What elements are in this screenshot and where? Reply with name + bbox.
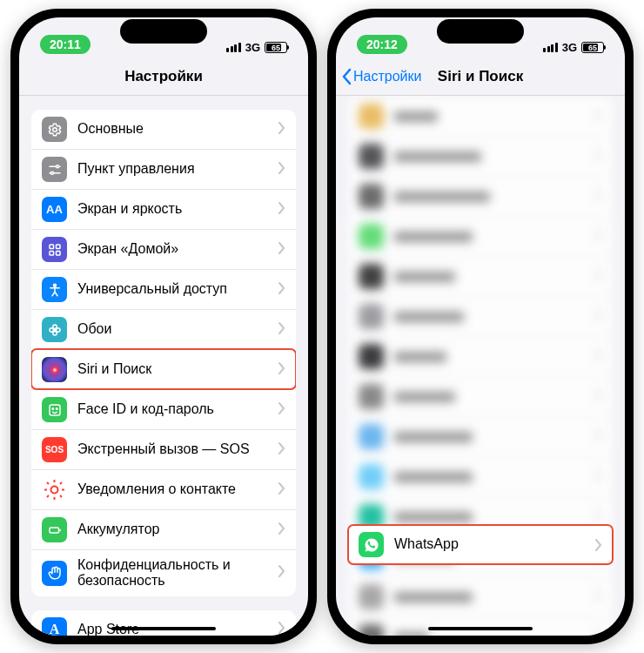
chevron-left-icon <box>341 68 352 85</box>
dynamic-island <box>437 19 524 44</box>
network-label: 3G <box>562 41 577 54</box>
chevron-right-icon <box>595 539 602 551</box>
settings-row-label: Экстренный вызов — SOS <box>77 441 278 457</box>
A-icon: A <box>42 617 67 636</box>
svg-point-1 <box>56 165 58 167</box>
svg-rect-6 <box>56 251 60 255</box>
signal-icon <box>543 43 558 52</box>
whatsapp-icon <box>359 532 384 557</box>
app-row-label: WhatsApp <box>394 536 595 552</box>
settings-row-label: Siri и Поиск <box>77 361 278 377</box>
access-icon <box>42 277 67 302</box>
svg-point-0 <box>52 127 57 131</box>
svg-rect-4 <box>56 245 60 249</box>
home-indicator[interactable] <box>111 627 216 630</box>
status-time-pill[interactable]: 20:12 <box>357 35 407 54</box>
settings-row[interactable]: AAЭкран и яркость <box>31 189 296 229</box>
settings-row-label: Обои <box>77 321 278 337</box>
settings-row[interactable]: Аккумулятор <box>31 509 296 549</box>
home-indicator[interactable] <box>428 627 533 630</box>
settings-row[interactable]: Обои <box>31 309 296 349</box>
settings-row[interactable]: Конфиденциальность и безопасность <box>31 549 296 596</box>
settings-row-label: Конфиденциальность и безопасность <box>77 557 278 589</box>
exposure-icon <box>42 477 67 502</box>
svg-point-2 <box>50 172 53 174</box>
settings-row[interactable]: Основные <box>31 110 296 149</box>
network-label: 3G <box>245 41 260 54</box>
chevron-right-icon <box>278 565 285 581</box>
settings-list[interactable]: ОсновныеПункт управленияAAЭкран и яркост… <box>19 96 308 636</box>
face-icon <box>42 397 67 422</box>
chevron-right-icon <box>278 402 285 418</box>
chevron-right-icon <box>278 282 285 298</box>
phone-left: 20:11 3G 65 Настройки ОсновныеПункт упра… <box>10 9 317 644</box>
chevron-right-icon <box>278 362 285 378</box>
settings-row[interactable]: Уведомления о контакте <box>31 469 296 509</box>
nav-bar: Настройки <box>19 57 308 96</box>
siri-icon <box>42 357 67 382</box>
chevron-right-icon <box>278 622 285 636</box>
svg-point-9 <box>48 363 61 376</box>
signal-icon <box>226 43 241 52</box>
back-label: Настройки <box>353 69 421 84</box>
svg-rect-15 <box>50 528 59 533</box>
settings-row[interactable]: Пункт управления <box>31 149 296 189</box>
chevron-right-icon <box>278 242 285 258</box>
settings-row[interactable]: Универсальный доступ <box>31 269 296 309</box>
batt-icon <box>42 517 67 542</box>
chevron-right-icon <box>278 162 285 178</box>
settings-row-label: Аккумулятор <box>77 522 278 537</box>
settings-row-label: Экран «Домой» <box>77 241 278 257</box>
page-title: Siri и Поиск <box>438 68 523 85</box>
svg-point-11 <box>52 407 54 409</box>
settings-row-label: Уведомления о контакте <box>77 481 278 497</box>
status-time-pill[interactable]: 20:11 <box>40 35 91 54</box>
chevron-right-icon <box>278 122 285 138</box>
svg-rect-5 <box>50 251 54 255</box>
grid-icon <box>42 237 67 262</box>
siri-search-list[interactable]: /*placeholder*/ WhatsApp <box>336 96 625 636</box>
svg-rect-3 <box>50 245 54 249</box>
settings-row[interactable]: SOSЭкстренный вызов — SOS <box>31 429 296 469</box>
AA-icon: AA <box>42 197 67 222</box>
hand-icon <box>42 561 67 586</box>
chevron-right-icon <box>278 482 285 498</box>
settings-row[interactable]: Экран «Домой» <box>31 229 296 269</box>
gear-icon <box>42 117 67 142</box>
settings-row-label: Основные <box>77 121 278 137</box>
chevron-right-icon <box>278 322 285 338</box>
battery-icon: 65 <box>265 42 287 53</box>
nav-bar: Настройки Siri и Поиск <box>336 57 625 96</box>
dynamic-island <box>120 19 207 44</box>
app-row-whatsapp[interactable]: WhatsApp <box>348 525 613 564</box>
settings-row-label: Face ID и код-пароль <box>77 401 278 417</box>
svg-point-7 <box>53 284 56 286</box>
flower-icon <box>42 317 67 342</box>
page-title: Настройки <box>124 68 203 85</box>
settings-row-label: Универсальный доступ <box>77 281 278 297</box>
svg-rect-10 <box>50 405 60 415</box>
settings-row[interactable]: Siri и Поиск <box>31 349 296 389</box>
back-button[interactable]: Настройки <box>341 68 421 85</box>
svg-point-12 <box>56 407 57 409</box>
settings-row-label: Экран и яркость <box>77 201 278 217</box>
settings-row[interactable]: Face ID и код-пароль <box>31 389 296 429</box>
chevron-right-icon <box>278 442 285 458</box>
chevron-right-icon <box>278 202 285 218</box>
phone-right: 20:12 3G 65 Настройки Siri и Поиск /*pla… <box>327 9 634 644</box>
chevron-right-icon <box>278 522 285 538</box>
sliders-icon <box>42 157 67 182</box>
settings-row-label: Пункт управления <box>77 161 278 177</box>
battery-icon: 65 <box>581 42 604 53</box>
settings-row[interactable]: AApp Store <box>31 610 296 636</box>
sos-icon: SOS <box>42 437 67 462</box>
